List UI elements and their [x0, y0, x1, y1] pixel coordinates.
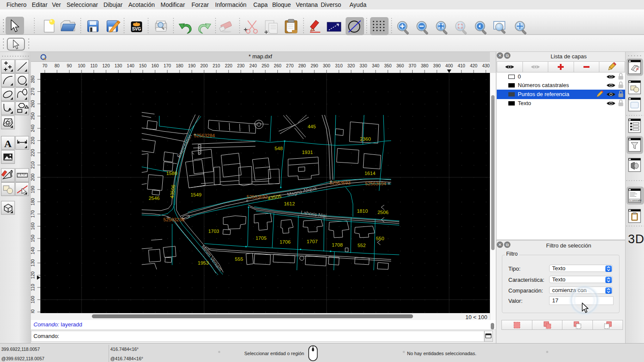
svg-text:1810: 1810: [357, 208, 368, 214]
svg-text:300: 300: [323, 63, 331, 68]
svg-text:410: 410: [458, 63, 465, 68]
svg-text:120: 120: [31, 272, 35, 279]
svg-text:420: 420: [470, 63, 477, 68]
svg-text:110: 110: [31, 284, 35, 291]
svg-text:200: 200: [200, 63, 208, 68]
svg-text:280: 280: [298, 63, 306, 68]
svg-text:350: 350: [384, 63, 392, 68]
svg-text:3D: 3D: [628, 232, 644, 246]
svg-text:210: 210: [31, 161, 35, 169]
svg-text:320: 320: [347, 63, 355, 68]
svg-text:190: 190: [31, 186, 35, 193]
svg-text:445: 445: [307, 124, 316, 129]
svg-text:240: 240: [31, 124, 35, 132]
svg-text:1703: 1703: [208, 229, 219, 234]
svg-text:170: 170: [31, 210, 35, 218]
svg-text:90: 90: [31, 309, 35, 313]
svg-text:c command: c command: [630, 199, 641, 202]
svg-text:1707: 1707: [307, 239, 318, 244]
svg-text:400: 400: [445, 63, 453, 68]
svg-text:310: 310: [335, 63, 343, 68]
svg-text:120: 120: [102, 63, 110, 68]
svg-text:270: 270: [31, 88, 35, 96]
svg-text:A: A: [4, 138, 12, 149]
svg-text:52563284: 52563284: [194, 133, 215, 138]
svg-text:150: 150: [139, 63, 147, 68]
svg-text:1549: 1549: [191, 192, 202, 197]
svg-text:390: 390: [433, 63, 441, 68]
svg-text:270: 270: [286, 63, 294, 68]
svg-text:140: 140: [127, 63, 134, 68]
svg-text:220: 220: [225, 63, 233, 68]
svg-text:180: 180: [31, 198, 35, 205]
svg-text:100: 100: [31, 296, 35, 304]
svg-text:1931: 1931: [302, 150, 313, 155]
svg-text:90: 90: [67, 63, 72, 68]
svg-text:170: 170: [164, 63, 171, 68]
svg-text:1705: 1705: [255, 235, 267, 241]
svg-text:150: 150: [31, 235, 35, 242]
svg-text:SVG: SVG: [132, 27, 141, 31]
svg-text:2360: 2360: [360, 136, 371, 142]
svg-text:548: 548: [274, 146, 283, 151]
svg-text:552: 552: [358, 243, 366, 248]
svg-text:1614: 1614: [365, 171, 376, 176]
svg-text:2506: 2506: [377, 210, 389, 215]
svg-text:260: 260: [31, 100, 35, 108]
svg-text:240: 240: [249, 63, 257, 68]
svg-text:1612: 1612: [284, 201, 295, 206]
svg-text:280: 280: [31, 75, 35, 83]
svg-text:2546: 2546: [149, 196, 160, 201]
svg-text:160: 160: [151, 63, 159, 68]
svg-text:430: 430: [482, 63, 490, 68]
svg-text:52563693: 52563693: [330, 180, 351, 185]
svg-text:80: 80: [55, 63, 60, 68]
svg-text:52563692: 52563692: [247, 194, 268, 199]
svg-text:1580: 1580: [166, 171, 177, 176]
svg-text:70: 70: [42, 63, 47, 68]
svg-text:130: 130: [115, 63, 122, 68]
svg-text:250: 250: [261, 63, 269, 68]
svg-text:1953: 1953: [198, 260, 209, 265]
svg-text:52563236: 52563236: [164, 217, 185, 222]
svg-text:340: 340: [372, 63, 380, 68]
svg-text:52563694: 52563694: [365, 181, 386, 186]
svg-text:130: 130: [31, 259, 35, 267]
svg-text:220: 220: [31, 149, 35, 157]
svg-text:1706: 1706: [279, 239, 291, 244]
svg-text:1708: 1708: [332, 242, 343, 247]
svg-text:160: 160: [31, 223, 35, 230]
svg-text:180: 180: [176, 63, 183, 68]
svg-text:370: 370: [409, 63, 416, 68]
svg-text:110: 110: [90, 63, 97, 68]
svg-text:330: 330: [360, 63, 368, 68]
svg-text:100: 100: [78, 63, 85, 68]
svg-text:200: 200: [31, 173, 35, 181]
svg-text:380: 380: [421, 63, 428, 68]
svg-text:290: 290: [310, 63, 318, 68]
svg-text:360: 360: [396, 63, 404, 68]
svg-text:230: 230: [31, 137, 35, 145]
svg-text:260: 260: [274, 63, 282, 68]
svg-text:190: 190: [188, 63, 196, 68]
svg-text:230: 230: [237, 63, 245, 68]
svg-text:210: 210: [213, 63, 220, 68]
svg-text:250: 250: [31, 112, 35, 120]
svg-text:140: 140: [31, 247, 35, 255]
svg-text:550: 550: [376, 236, 384, 241]
svg-text:555: 555: [235, 256, 243, 262]
